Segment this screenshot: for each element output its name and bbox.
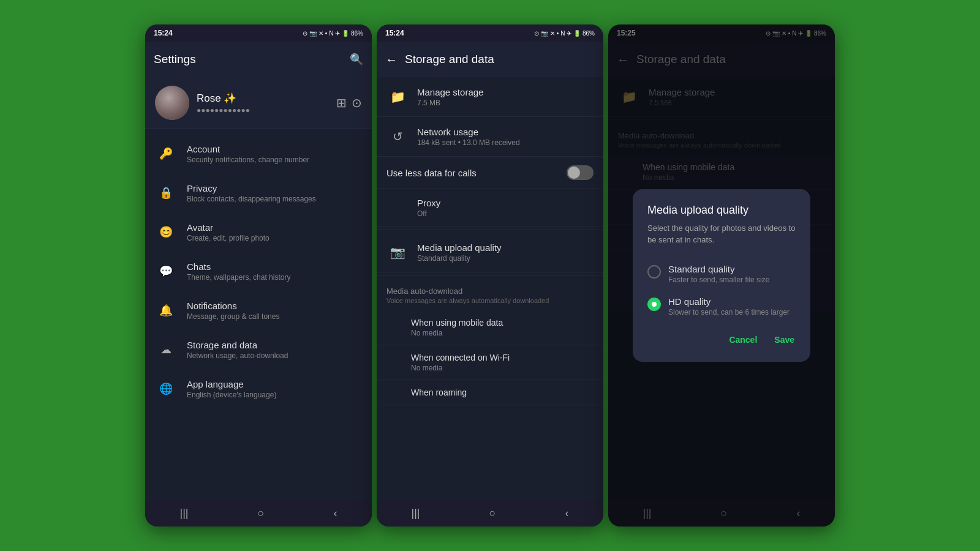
standard-quality-sub: Faster to send, smaller file size	[668, 276, 796, 284]
profile-section[interactable]: Rose ✨ ●●●●●●●●●●●● ⊞ ⊙	[145, 77, 372, 129]
save-button[interactable]: Save	[773, 332, 796, 347]
back-arrow-2[interactable]: ←	[385, 53, 398, 67]
settings-header: Settings 🔍	[145, 42, 372, 77]
divider-1	[377, 230, 603, 230]
time-1: 15:24	[154, 29, 173, 37]
settings-item-text: Avatar Create, edit, profile photo	[187, 222, 362, 242]
proxy-item[interactable]: Proxy Off	[377, 189, 603, 227]
network-usage-title: Network usage	[417, 127, 594, 137]
search-icon[interactable]: 🔍	[350, 53, 363, 66]
cloud-icon: ☁	[155, 339, 177, 361]
hd-quality-option[interactable]: HD quality Slower to send, can be 6 time…	[647, 290, 796, 323]
recent-apps-icon[interactable]: |||	[180, 507, 189, 520]
notifications-subtitle: Message, group & call tones	[187, 312, 362, 321]
settings-item-account[interactable]: 🔑 Account Security notifications, change…	[145, 134, 372, 173]
settings-item-chats[interactable]: 💬 Chats Theme, wallpapers, chat history	[145, 252, 372, 291]
home-icon[interactable]: ○	[258, 507, 265, 520]
settings-content: Rose ✨ ●●●●●●●●●●●● ⊞ ⊙ 🔑 Account Securi…	[145, 77, 372, 500]
network-icon-1: ⊙ 📷 ✕ •	[303, 30, 327, 37]
cancel-button[interactable]: Cancel	[728, 332, 758, 347]
settings-item-privacy[interactable]: 🔒 Privacy Block contacts, disappearing m…	[145, 173, 372, 212]
dropdown-icon[interactable]: ⊙	[352, 96, 362, 110]
media-auto-download-sub: Voice messages are always automatically …	[377, 297, 603, 310]
manage-storage-item[interactable]: 📁 Manage storage 7.5 MB	[377, 77, 603, 117]
notifications-title: Notifications	[187, 301, 362, 311]
hd-quality-text: HD quality Slower to send, can be 6 time…	[668, 296, 796, 317]
settings-item-text: Account Security notifications, change n…	[187, 144, 362, 164]
mobile-data-item[interactable]: When using mobile data No media	[377, 310, 603, 345]
settings-title: Settings	[154, 53, 342, 66]
time-2: 15:24	[385, 29, 404, 37]
nav-bar-1: ||| ○ ‹	[145, 500, 372, 527]
chats-icon: 💬	[155, 260, 177, 282]
hd-quality-title: HD quality	[668, 296, 796, 307]
storage-header-title: Storage and data	[405, 53, 595, 66]
recent-apps-icon-2[interactable]: |||	[412, 507, 420, 520]
settings-item-text: Storage and data Network usage, auto-dow…	[187, 340, 362, 360]
settings-item-text: App language English (device's language)	[187, 379, 362, 399]
proxy-value: Off	[417, 209, 594, 218]
storage-list: 📁 Manage storage 7.5 MB ↺ Network usage …	[377, 77, 603, 405]
account-subtitle: Security notifications, change number	[187, 156, 362, 164]
standard-quality-title: Standard quality	[668, 264, 796, 274]
media-upload-title: Media upload quality	[417, 242, 594, 253]
bell-icon: 🔔	[155, 299, 177, 321]
media-upload-quality-dialog: Media upload quality Select the quality …	[633, 189, 810, 361]
wifi-item[interactable]: When connected on Wi-Fi No media	[377, 345, 603, 380]
nav-bar-2: ||| ○ ‹	[377, 500, 603, 527]
home-icon-2[interactable]: ○	[489, 507, 496, 520]
status-bar-2: 15:24 ⊙ 📷 ✕ • N ✈ 🔋 86%	[377, 24, 603, 42]
storage-title: Storage and data	[187, 340, 362, 350]
key-icon: 🔑	[155, 143, 177, 165]
avatar	[155, 86, 189, 120]
account-title: Account	[187, 144, 362, 154]
storage-content: 📁 Manage storage 7.5 MB ↺ Network usage …	[377, 77, 603, 500]
globe-icon: 🌐	[155, 378, 177, 400]
settings-item-avatar[interactable]: 😊 Avatar Create, edit, profile photo	[145, 212, 372, 252]
hd-quality-radio[interactable]	[647, 298, 661, 311]
network-usage-sub: 184 kB sent • 13.0 MB received	[417, 138, 594, 147]
profile-info: Rose ✨ ●●●●●●●●●●●●	[197, 92, 329, 114]
qr-icon[interactable]: ⊞	[336, 96, 347, 110]
media-upload-text: Media upload quality Standard quality	[417, 242, 594, 263]
settings-item-storage[interactable]: ☁ Storage and data Network usage, auto-d…	[145, 330, 372, 369]
dialog-buttons: Cancel Save	[647, 332, 796, 347]
standard-quality-option[interactable]: Standard quality Faster to send, smaller…	[647, 258, 796, 290]
network-icon-2: ⊙ 📷 ✕ •	[534, 30, 559, 37]
network-usage-item[interactable]: ↺ Network usage 184 kB sent • 13.0 MB re…	[377, 117, 603, 157]
use-less-data-toggle[interactable]	[567, 165, 594, 180]
dialog-title: Media upload quality	[647, 204, 796, 217]
chats-subtitle: Theme, wallpapers, chat history	[187, 273, 362, 282]
language-subtitle: English (device's language)	[187, 391, 362, 399]
privacy-title: Privacy	[187, 183, 362, 193]
use-less-data-label: Use less data for calls	[386, 168, 477, 178]
standard-quality-text: Standard quality Faster to send, smaller…	[668, 264, 796, 284]
manage-storage-sub: 7.5 MB	[417, 99, 594, 107]
storage-dialog-screen: 15:25 ⊙ 📷 ✕ • N ✈ 🔋 86% ← Storage and da…	[608, 24, 835, 527]
media-auto-download-title: Media auto-download	[377, 278, 603, 297]
proxy-title: Proxy	[417, 198, 594, 208]
storage-item-text: Manage storage 7.5 MB	[417, 87, 594, 107]
media-upload-icon: 📷	[386, 241, 409, 263]
settings-item-language[interactable]: 🌐 App language English (device's languag…	[145, 369, 372, 408]
storage-subtitle: Network usage, auto-download	[187, 351, 362, 360]
storage-screen: 15:24 ⊙ 📷 ✕ • N ✈ 🔋 86% ← Storage and da…	[377, 24, 603, 527]
standard-quality-radio[interactable]	[647, 265, 661, 279]
media-upload-item[interactable]: 📷 Media upload quality Standard quality	[377, 233, 603, 272]
signal-icon-2: N ✈ 🔋	[560, 30, 581, 37]
storage-header: ← Storage and data	[377, 42, 603, 77]
hd-quality-sub: Slower to send, can be 6 times larger	[668, 308, 796, 317]
dialog-overlay: Media upload quality Select the quality …	[608, 24, 835, 527]
back-icon-2[interactable]: ‹	[565, 507, 568, 520]
manage-storage-title: Manage storage	[417, 87, 594, 97]
media-upload-value: Standard quality	[417, 254, 594, 263]
avatar-icon: 😊	[155, 221, 177, 243]
settings-item-notifications[interactable]: 🔔 Notifications Message, group & call to…	[145, 291, 372, 330]
back-icon[interactable]: ‹	[333, 507, 337, 520]
mobile-data-value: No media	[411, 329, 594, 337]
roaming-item[interactable]: When roaming	[377, 380, 603, 405]
settings-item-text: Privacy Block contacts, disappearing mes…	[187, 183, 362, 203]
language-title: App language	[187, 379, 362, 389]
dialog-description: Select the quality for photos and videos…	[647, 223, 796, 245]
avatar-image	[155, 86, 189, 120]
